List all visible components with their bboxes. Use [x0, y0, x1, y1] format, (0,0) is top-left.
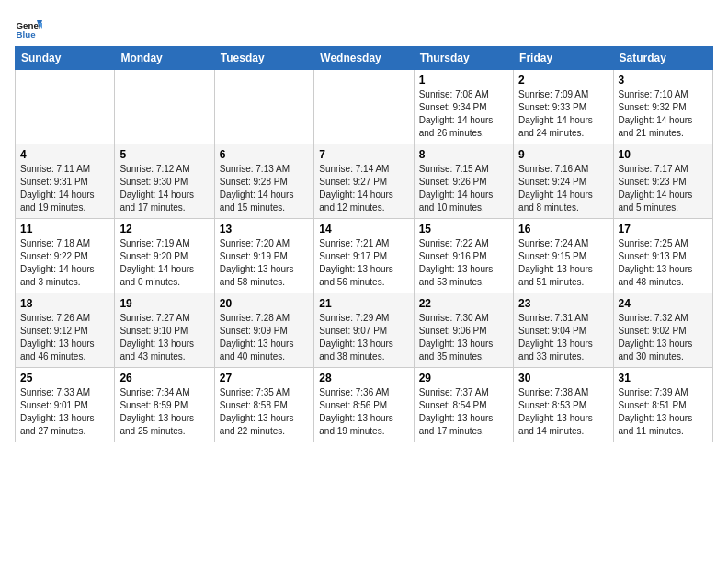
day-info: Sunrise: 7:21 AM Sunset: 9:17 PM Dayligh…	[319, 237, 408, 289]
weekday-header-friday: Friday	[514, 47, 613, 70]
weekday-header-thursday: Thursday	[414, 47, 513, 70]
day-info: Sunrise: 7:12 AM Sunset: 9:30 PM Dayligh…	[119, 163, 209, 214]
weekday-header-sunday: Sunday	[16, 47, 115, 70]
calendar-cell: 20Sunrise: 7:28 AM Sunset: 9:09 PM Dayli…	[214, 293, 313, 368]
day-info: Sunrise: 7:37 AM Sunset: 8:54 PM Dayligh…	[419, 386, 508, 438]
calendar-cell: 12Sunrise: 7:19 AM Sunset: 9:20 PM Dayli…	[115, 219, 214, 293]
calendar-cell: 16Sunrise: 7:24 AM Sunset: 9:15 PM Dayli…	[514, 219, 613, 293]
calendar-cell: 15Sunrise: 7:22 AM Sunset: 9:16 PM Dayli…	[414, 219, 513, 293]
calendar-cell: 22Sunrise: 7:30 AM Sunset: 9:06 PM Dayli…	[414, 293, 513, 368]
day-info: Sunrise: 7:26 AM Sunset: 9:12 PM Dayligh…	[20, 312, 109, 363]
day-number: 5	[119, 148, 209, 161]
calendar-cell	[214, 70, 313, 144]
logo-icon: General Blue	[15, 15, 42, 42]
calendar-cell: 11Sunrise: 7:18 AM Sunset: 9:22 PM Dayli…	[16, 219, 115, 293]
day-info: Sunrise: 7:18 AM Sunset: 9:22 PM Dayligh…	[20, 237, 109, 289]
day-info: Sunrise: 7:27 AM Sunset: 9:10 PM Dayligh…	[119, 312, 209, 363]
calendar-cell	[115, 70, 214, 144]
day-number: 9	[518, 148, 608, 161]
day-number: 20	[220, 297, 309, 310]
day-number: 31	[619, 372, 708, 385]
day-number: 1	[419, 74, 508, 86]
day-info: Sunrise: 7:35 AM Sunset: 8:58 PM Dayligh…	[220, 386, 309, 438]
day-number: 25	[20, 372, 109, 385]
week-row-1: 1Sunrise: 7:08 AM Sunset: 9:34 PM Daylig…	[16, 70, 713, 144]
calendar-cell: 13Sunrise: 7:20 AM Sunset: 9:19 PM Dayli…	[214, 219, 313, 293]
weekday-header-saturday: Saturday	[613, 47, 712, 70]
day-info: Sunrise: 7:33 AM Sunset: 9:01 PM Dayligh…	[20, 386, 109, 438]
day-info: Sunrise: 7:14 AM Sunset: 9:27 PM Dayligh…	[319, 163, 408, 214]
day-number: 3	[619, 74, 708, 86]
calendar-cell	[16, 70, 115, 144]
day-info: Sunrise: 7:38 AM Sunset: 8:53 PM Dayligh…	[518, 386, 608, 438]
calendar-cell: 23Sunrise: 7:31 AM Sunset: 9:04 PM Dayli…	[514, 293, 613, 368]
day-number: 18	[20, 297, 109, 310]
day-number: 7	[319, 148, 408, 161]
day-number: 10	[619, 148, 708, 161]
calendar-cell: 18Sunrise: 7:26 AM Sunset: 9:12 PM Dayli…	[16, 293, 115, 368]
week-row-5: 25Sunrise: 7:33 AM Sunset: 9:01 PM Dayli…	[16, 368, 713, 442]
day-number: 24	[619, 297, 708, 310]
calendar-cell: 1Sunrise: 7:08 AM Sunset: 9:34 PM Daylig…	[414, 70, 513, 144]
calendar-cell: 29Sunrise: 7:37 AM Sunset: 8:54 PM Dayli…	[414, 368, 513, 442]
day-number: 23	[518, 297, 608, 310]
day-info: Sunrise: 7:30 AM Sunset: 9:06 PM Dayligh…	[419, 312, 508, 363]
day-number: 29	[419, 372, 508, 385]
day-number: 4	[20, 148, 109, 161]
calendar-cell: 25Sunrise: 7:33 AM Sunset: 9:01 PM Dayli…	[16, 368, 115, 442]
week-row-4: 18Sunrise: 7:26 AM Sunset: 9:12 PM Dayli…	[16, 293, 713, 368]
day-info: Sunrise: 7:24 AM Sunset: 9:15 PM Dayligh…	[518, 237, 608, 289]
calendar-cell: 3Sunrise: 7:10 AM Sunset: 9:32 PM Daylig…	[613, 70, 712, 144]
weekday-header-tuesday: Tuesday	[214, 47, 313, 70]
day-info: Sunrise: 7:13 AM Sunset: 9:28 PM Dayligh…	[220, 163, 309, 214]
calendar-cell: 24Sunrise: 7:32 AM Sunset: 9:02 PM Dayli…	[613, 293, 712, 368]
day-number: 28	[319, 372, 408, 385]
day-info: Sunrise: 7:22 AM Sunset: 9:16 PM Dayligh…	[419, 237, 508, 289]
day-number: 8	[419, 148, 508, 161]
calendar-cell: 26Sunrise: 7:34 AM Sunset: 8:59 PM Dayli…	[115, 368, 214, 442]
calendar-cell: 21Sunrise: 7:29 AM Sunset: 9:07 PM Dayli…	[314, 293, 414, 368]
weekday-header-monday: Monday	[115, 47, 214, 70]
weekday-header-row: SundayMondayTuesdayWednesdayThursdayFrid…	[16, 47, 713, 70]
week-row-2: 4Sunrise: 7:11 AM Sunset: 9:31 PM Daylig…	[16, 144, 713, 219]
day-number: 14	[319, 223, 408, 236]
calendar-cell: 10Sunrise: 7:17 AM Sunset: 9:23 PM Dayli…	[613, 144, 712, 219]
day-number: 16	[518, 223, 608, 236]
day-info: Sunrise: 7:25 AM Sunset: 9:13 PM Dayligh…	[619, 237, 708, 289]
calendar-cell: 5Sunrise: 7:12 AM Sunset: 9:30 PM Daylig…	[115, 144, 214, 219]
day-info: Sunrise: 7:08 AM Sunset: 9:34 PM Dayligh…	[419, 88, 508, 140]
day-info: Sunrise: 7:39 AM Sunset: 8:51 PM Dayligh…	[619, 386, 708, 438]
calendar-cell: 19Sunrise: 7:27 AM Sunset: 9:10 PM Dayli…	[115, 293, 214, 368]
day-number: 2	[518, 74, 608, 86]
day-number: 21	[319, 297, 408, 310]
calendar-cell: 17Sunrise: 7:25 AM Sunset: 9:13 PM Dayli…	[613, 219, 712, 293]
weekday-header-wednesday: Wednesday	[314, 47, 414, 70]
day-number: 11	[20, 223, 109, 236]
day-info: Sunrise: 7:09 AM Sunset: 9:33 PM Dayligh…	[518, 88, 608, 140]
day-info: Sunrise: 7:15 AM Sunset: 9:26 PM Dayligh…	[419, 163, 508, 214]
day-info: Sunrise: 7:32 AM Sunset: 9:02 PM Dayligh…	[619, 312, 708, 363]
day-number: 22	[419, 297, 508, 310]
day-number: 15	[419, 223, 508, 236]
day-number: 19	[119, 297, 209, 310]
day-info: Sunrise: 7:17 AM Sunset: 9:23 PM Dayligh…	[619, 163, 708, 214]
day-info: Sunrise: 7:36 AM Sunset: 8:56 PM Dayligh…	[319, 386, 408, 438]
calendar-cell: 2Sunrise: 7:09 AM Sunset: 9:33 PM Daylig…	[514, 70, 613, 144]
day-number: 26	[119, 372, 209, 385]
calendar-cell: 9Sunrise: 7:16 AM Sunset: 9:24 PM Daylig…	[514, 144, 613, 219]
day-number: 12	[119, 223, 209, 236]
day-number: 27	[220, 372, 309, 385]
day-info: Sunrise: 7:29 AM Sunset: 9:07 PM Dayligh…	[319, 312, 408, 363]
day-info: Sunrise: 7:16 AM Sunset: 9:24 PM Dayligh…	[518, 163, 608, 214]
day-info: Sunrise: 7:10 AM Sunset: 9:32 PM Dayligh…	[619, 88, 708, 140]
calendar-cell: 4Sunrise: 7:11 AM Sunset: 9:31 PM Daylig…	[16, 144, 115, 219]
page-header: General Blue	[15, 15, 713, 42]
day-info: Sunrise: 7:28 AM Sunset: 9:09 PM Dayligh…	[220, 312, 309, 363]
calendar-cell: 14Sunrise: 7:21 AM Sunset: 9:17 PM Dayli…	[314, 219, 414, 293]
calendar-cell: 6Sunrise: 7:13 AM Sunset: 9:28 PM Daylig…	[214, 144, 313, 219]
calendar-cell: 27Sunrise: 7:35 AM Sunset: 8:58 PM Dayli…	[214, 368, 313, 442]
svg-text:Blue: Blue	[17, 29, 37, 40]
day-info: Sunrise: 7:31 AM Sunset: 9:04 PM Dayligh…	[518, 312, 608, 363]
calendar-cell: 7Sunrise: 7:14 AM Sunset: 9:27 PM Daylig…	[314, 144, 414, 219]
day-number: 30	[518, 372, 608, 385]
